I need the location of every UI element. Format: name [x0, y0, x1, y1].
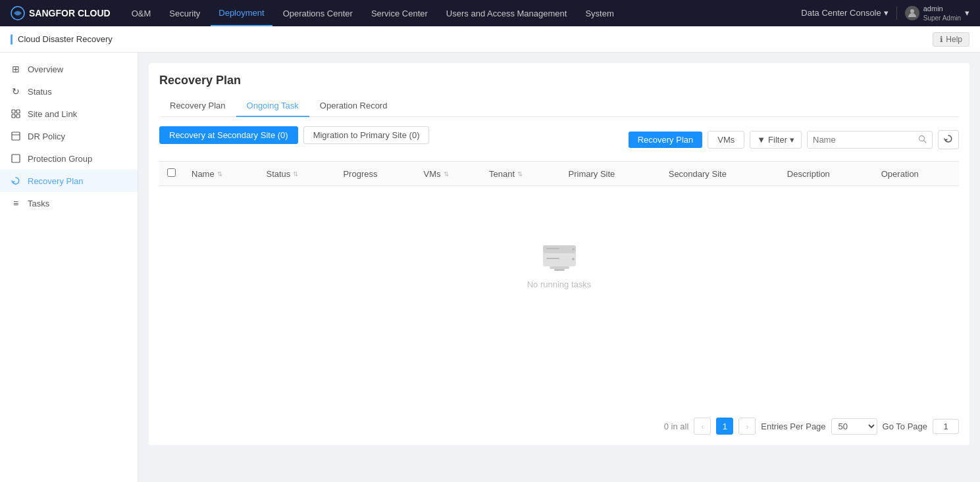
sidebar-label-protection-group: Protection Group	[28, 154, 92, 164]
sidebar-label-tasks: Tasks	[28, 199, 49, 208]
sort-name-icon[interactable]: ⇅	[217, 170, 222, 178]
refresh-button[interactable]	[938, 130, 959, 149]
sub-tab-migration-primary[interactable]: Migration to Primary Site (0)	[303, 126, 430, 144]
th-vms: VMs ⇅	[416, 162, 482, 186]
total-count: 0 in all	[664, 422, 689, 431]
tab-ongoing-task[interactable]: Ongoing Task	[236, 95, 309, 117]
sub-header-right: ℹ Help	[933, 32, 969, 47]
logo-icon	[11, 6, 25, 20]
sort-status-icon[interactable]: ⇅	[293, 170, 298, 178]
svg-rect-6	[12, 132, 20, 140]
svg-rect-4	[12, 114, 15, 118]
sidebar-item-recovery-plan[interactable]: Recovery Plan	[0, 170, 138, 192]
svg-rect-5	[16, 114, 20, 118]
svg-point-9	[919, 135, 925, 141]
svg-rect-17	[550, 266, 569, 269]
user-name-block: admin Super Admin	[923, 4, 961, 22]
nav-item-om[interactable]: O&M	[124, 0, 159, 26]
recovery-plan-button[interactable]: Recovery Plan	[629, 132, 703, 148]
select-all-checkbox[interactable]	[167, 168, 176, 177]
per-page-select[interactable]: 50 10 20 100	[831, 418, 877, 435]
svg-rect-3	[16, 110, 20, 113]
nav-menu: O&M Security Deployment Operations Cente…	[124, 0, 802, 26]
entries-per-page-label: Entries Per Page	[761, 422, 825, 431]
help-circle-icon: ℹ	[940, 35, 943, 44]
recovery-plan-icon	[11, 176, 21, 186]
svg-rect-18	[554, 269, 565, 271]
svg-rect-2	[12, 110, 15, 113]
sidebar-item-tasks[interactable]: ≡ Tasks	[0, 192, 138, 214]
sub-header-title: Cloud Disaster Recovery	[18, 34, 113, 44]
svg-point-13	[572, 248, 575, 251]
empty-state-row: No running tasks	[159, 186, 959, 343]
th-operation: Operation	[873, 162, 959, 186]
app-logo[interactable]: SANGFOR CLOUD	[11, 6, 111, 20]
empty-state-text: No running tasks	[527, 279, 592, 289]
search-button[interactable]	[913, 132, 932, 148]
nav-item-operations[interactable]: Operations Center	[275, 0, 361, 26]
nav-divider	[896, 7, 897, 20]
vms-button[interactable]: VMs	[708, 131, 744, 149]
filter-label: Filter	[768, 135, 787, 145]
refresh-icon	[944, 134, 953, 143]
sort-vms-icon[interactable]: ⇅	[444, 170, 449, 178]
empty-state: No running tasks	[159, 186, 959, 342]
data-table: Name ⇅ Status ⇅ Progress	[159, 161, 959, 342]
th-primary-site: Primary Site	[561, 162, 661, 186]
toolbar: Recovery Plan VMs ▼ Filter ▾	[629, 130, 959, 149]
sidebar-label-dr-policy: DR Policy	[28, 132, 65, 141]
tab-operation-record[interactable]: Operation Record	[309, 95, 398, 117]
nav-item-deployment[interactable]: Deployment	[211, 0, 272, 26]
sub-tabs: Recovery at Secondary Site (0) Migration…	[159, 126, 429, 144]
overview-icon: ⊞	[11, 64, 21, 74]
avatar	[905, 6, 919, 20]
sidebar-item-dr-policy[interactable]: DR Policy	[0, 125, 138, 147]
sidebar-label-status: Status	[28, 87, 52, 97]
nav-item-system[interactable]: System	[577, 0, 621, 26]
help-button[interactable]: ℹ Help	[933, 32, 969, 47]
sidebar-label-site-and-link: Site and Link	[28, 109, 77, 119]
filter-dropdown-icon: ▾	[790, 135, 794, 145]
go-to-page-label: Go To Page	[883, 422, 927, 431]
next-page-button[interactable]: ›	[738, 418, 756, 435]
tab-recovery-plan[interactable]: Recovery Plan	[159, 95, 236, 117]
svg-rect-8	[12, 155, 20, 162]
tasks-icon: ≡	[11, 198, 21, 208]
th-progress: Progress	[335, 162, 415, 186]
nav-item-service[interactable]: Service Center	[363, 0, 436, 26]
pagination: 0 in all ‹ 1 › Entries Per Page 50 10 20…	[159, 410, 959, 435]
nav-item-security[interactable]: Security	[161, 0, 208, 26]
console-selector[interactable]: Data Center Console ▾	[801, 8, 888, 18]
site-link-icon	[11, 108, 21, 119]
sidebar-item-protection-group[interactable]: Protection Group	[0, 147, 138, 170]
page-1-button[interactable]: 1	[716, 418, 733, 435]
filter-button[interactable]: ▼ Filter ▾	[750, 131, 802, 149]
table-header: Name ⇅ Status ⇅ Progress	[159, 162, 959, 186]
svg-line-10	[924, 141, 926, 143]
table-body: No running tasks	[159, 186, 959, 343]
sidebar-item-status[interactable]: ↻ Status	[0, 80, 138, 103]
svg-rect-16	[546, 258, 559, 259]
sort-tenant-icon[interactable]: ⇅	[517, 170, 523, 178]
sub-tab-recovery-secondary[interactable]: Recovery at Secondary Site (0)	[159, 126, 298, 144]
sidebar-label-overview: Overview	[28, 64, 63, 74]
search-input[interactable]	[808, 132, 913, 148]
nav-right: Data Center Console ▾ admin Super Admin …	[801, 4, 969, 22]
sidebar-item-site-and-link[interactable]: Site and Link	[0, 103, 138, 125]
page-title: Recovery Plan	[159, 74, 959, 87]
sidebar-item-overview[interactable]: ⊞ Overview	[0, 58, 138, 80]
user-menu[interactable]: admin Super Admin ▾	[905, 4, 969, 22]
nav-item-users[interactable]: Users and Access Management	[438, 0, 575, 26]
th-description: Description	[779, 162, 873, 186]
console-dropdown-icon: ▾	[884, 8, 889, 18]
app-name: SANGFOR CLOUD	[29, 8, 111, 18]
main-tabs: Recovery Plan Ongoing Task Operation Rec…	[159, 95, 959, 117]
search-wrap	[807, 131, 933, 149]
prev-page-button[interactable]: ‹	[694, 418, 711, 435]
th-name: Name ⇅	[184, 162, 258, 186]
dr-policy-icon	[11, 131, 21, 141]
status-icon: ↻	[11, 86, 21, 97]
user-role: Super Admin	[923, 14, 961, 22]
content-area: Recovery Plan Recovery Plan Ongoing Task…	[138, 53, 980, 482]
go-to-page-input[interactable]	[933, 419, 959, 434]
